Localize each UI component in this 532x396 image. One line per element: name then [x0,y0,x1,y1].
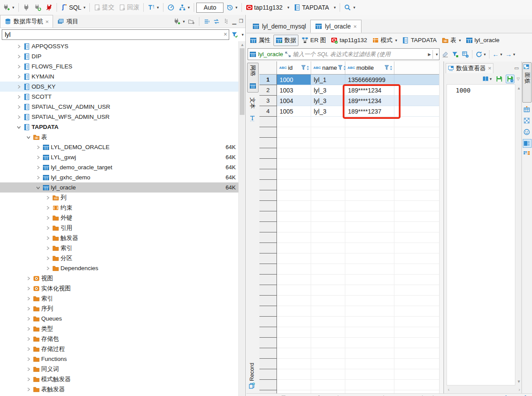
grid-row-3[interactable]: 3 1004 lyl_3 189****1234 [259,96,439,106]
references-panel-icon[interactable] [523,150,531,159]
presentation-tab-grid[interactable]: 网格 [247,63,259,93]
filter-sort-icon[interactable] [384,65,393,71]
row-header-cell[interactable]: 1 [259,75,277,85]
tree-item-Queues[interactable]: Queues [0,314,238,324]
breadcrumb-table-selector[interactable]: 表 ▾ [440,35,463,46]
tree-item-同义词[interactable]: 同义词 [0,364,238,374]
tree-item-索引[interactable]: 索引 [0,293,238,303]
tree-item-DIP[interactable]: DIP [0,51,238,61]
tree-item-存储过程[interactable]: 存储过程 [0,344,238,354]
chevron-right-icon[interactable] [25,386,32,392]
aggregate-panel-icon[interactable] [523,117,531,125]
chevron-right-icon[interactable] [16,74,22,80]
grid-row-2[interactable]: 2 1003 lyl_3 189****1234 [259,85,439,96]
chevron-right-icon[interactable] [25,326,32,332]
chevron-right-icon[interactable] [16,114,22,120]
link-with-editor-icon[interactable] [213,18,220,25]
tree-item-实体化视图[interactable]: 实体化视图 [0,283,238,293]
grid-cell-name[interactable]: lyl_3 [311,96,345,106]
chevron-right-icon[interactable] [25,346,32,352]
minimize-icon[interactable]: ▁ [232,18,236,25]
grid-cell-id[interactable]: 1004 [277,96,311,106]
metadata-panel-icon[interactable] [523,105,531,113]
tree-item-存储包[interactable]: 存储包 [0,334,238,344]
expand-arrows-icon[interactable] [285,51,291,57]
view-menu-icon[interactable] [223,18,230,25]
chevron-right-icon[interactable] [45,205,51,211]
grid-cell-mobile[interactable]: 189****1234 [345,96,394,106]
grid-cell-name[interactable]: lyl_3 [311,106,345,117]
history-button[interactable]: ▾ [224,3,239,12]
chevron-down-icon[interactable] [25,134,32,140]
editor-tab-lyl-demo-mysql[interactable]: lyl_demo_mysql [248,20,310,33]
value-viewer-content[interactable]: 1000 [447,84,515,385]
grid-cell-mobile[interactable]: 13566669999 [345,75,394,85]
refresh-button[interactable]: ▾ [475,50,487,59]
new-connection-button[interactable]: ▾ [173,18,185,25]
chevron-right-icon[interactable] [45,235,51,241]
apply-filter-button[interactable] [451,50,460,59]
new-folder-icon[interactable] [188,18,195,25]
row-header-cell[interactable]: 3 [259,96,277,106]
tree-item-SPATIAL_WFS_ADMIN_USR[interactable]: SPATIAL_WFS_ADMIN_USR [0,112,238,122]
tree-item-LYL_gxwj[interactable]: LYL_gxwj64K [0,152,238,162]
tree-item-模式触发器[interactable]: 模式触发器 [0,374,238,384]
tree-item-APPQOSSYS[interactable]: APPQOSSYS [0,41,238,51]
grid-cell-mobile[interactable]: 189****1237 [345,106,394,117]
content-assist-icon[interactable]: ▶ [428,52,431,57]
sql-filter-input[interactable] [293,50,426,59]
close-icon[interactable]: × [46,18,49,25]
forward-button[interactable]: →▾ [504,50,516,59]
grid-cell-id[interactable]: 1003 [277,85,311,96]
navigator-scrollbar[interactable]: ▲ [238,41,245,396]
new-connection-button[interactable]: ▾ [1,3,16,12]
tree-item-SCOTT[interactable]: SCOTT [0,92,238,102]
clear-filter-button[interactable] [441,50,450,59]
chevron-down-icon[interactable] [35,185,41,191]
chevron-right-icon[interactable] [35,164,41,171]
tree-item-约束[interactable]: 约束 [0,203,238,213]
breadcrumb-schema[interactable]: TAPDATA [400,36,438,45]
tree-item-FLOWS_FILES[interactable]: FLOWS_FILES [0,61,238,71]
chevron-right-icon[interactable] [45,225,51,231]
scroll-right-icon[interactable]: › [518,387,520,392]
chevron-right-icon[interactable] [25,296,32,302]
chevron-right-icon[interactable] [35,175,41,181]
scroll-left-icon[interactable]: ‹ [448,387,450,392]
value-viewer-hscrollbar[interactable]: ‹ › [447,385,521,393]
transaction-log-button[interactable]: ▾ [146,3,161,12]
tree-item-Dependencies[interactable]: Dependencies [0,263,238,273]
disconnect-button[interactable] [44,3,54,12]
chevron-right-icon[interactable] [16,43,22,50]
subtab-data[interactable]: 数据 [273,35,298,46]
grid-settings-button[interactable] [461,50,470,59]
filter-history-caret[interactable]: ▾ [436,52,438,57]
panels-toggle-tab[interactable]: 面板 [522,62,532,103]
chevron-right-icon[interactable] [16,104,22,110]
tree-item-类型[interactable]: 类型 [0,324,238,334]
tree-item-引用[interactable]: 引用 [0,223,238,233]
chevron-down-icon[interactable] [16,124,22,130]
tab-projects[interactable]: 项目 [53,15,82,28]
breadcrumb-table[interactable]: lyl_oracle [464,36,501,45]
chevron-right-icon[interactable] [25,275,32,282]
scroll-down-icon[interactable]: ▼ [516,378,521,385]
chevron-right-icon[interactable] [16,54,22,60]
column-header-id[interactable]: ABC id [277,61,311,74]
save-value-button[interactable] [495,75,504,83]
chevron-right-icon[interactable] [16,94,22,100]
tab-value-viewer[interactable]: 数值查看器 × [446,63,493,73]
chevron-right-icon[interactable] [16,84,22,90]
commit-button[interactable]: 提交 [92,2,116,13]
tree-item-外键[interactable]: 外键 [0,213,238,223]
chevron-right-icon[interactable] [35,144,41,150]
dashboard-button[interactable] [166,3,176,12]
chevron-right-icon[interactable] [45,215,51,221]
tree-item-列[interactable]: 列 [0,193,238,203]
subtab-properties[interactable]: 属性 [248,35,272,46]
tree-item-TAPDATA[interactable]: TAPDATA [0,122,238,132]
grid-row-1[interactable]: 1 1000 lyl_1 13566669999 [259,75,439,85]
grid-cell-name[interactable]: lyl_1 [311,75,345,85]
breadcrumb-schema-selector[interactable]: 模式 ▾ [370,35,399,46]
tree-item-序列[interactable]: 序列 [0,303,238,314]
